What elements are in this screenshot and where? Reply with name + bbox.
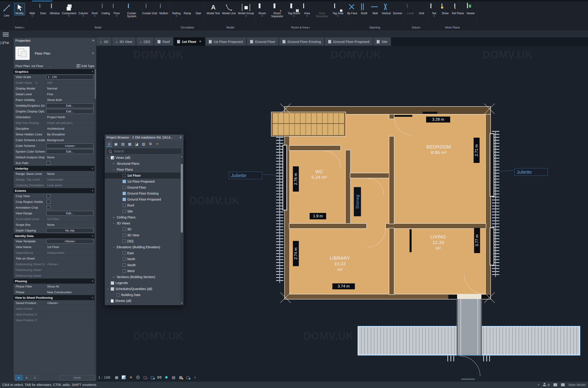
- tree-item[interactable]: + Ceiling Plans: [105, 214, 180, 220]
- chevron-down-icon[interactable]: ▾: [538, 383, 539, 387]
- storage-room-tag[interactable]: Storag: [354, 187, 361, 216]
- tree-expander[interactable]: −: [112, 222, 115, 225]
- tree-expander[interactable]: +: [112, 216, 115, 219]
- draw-line-panel[interactable]: Line: [0, 1, 13, 30]
- tree-item[interactable]: Legends: [105, 280, 180, 286]
- value-button[interactable]: <none>: [46, 144, 93, 148]
- checkbox[interactable]: [47, 194, 50, 198]
- tree-item[interactable]: West: [105, 268, 180, 274]
- view-tab[interactable]: ⌂ {3D}: [136, 37, 154, 46]
- select-panel-label[interactable]: Select▾: [14, 25, 25, 30]
- active-model-selector[interactable]: Main Model: [568, 383, 586, 387]
- sheets-icon[interactable]: ◪: [134, 141, 140, 147]
- tree-item[interactable]: − 3D Views: [105, 220, 180, 226]
- show-work-plane-button[interactable]: Show: [440, 3, 451, 15]
- area-button[interactable]: Area▾: [302, 3, 312, 17]
- view-tab[interactable]: 1st Floor ×: [174, 37, 205, 46]
- railing-button[interactable]: Railing▾: [171, 3, 182, 17]
- properties-section-header[interactable]: Underlay »: [14, 166, 94, 171]
- tree-expander[interactable]: −: [106, 299, 109, 303]
- tree-item[interactable]: 1st Floor-Proposed: [105, 178, 180, 185]
- sort-ascending-button[interactable]: A↓: [24, 375, 30, 380]
- roof-button[interactable]: Roof▾: [89, 3, 100, 17]
- door-button[interactable]: Door: [38, 3, 49, 15]
- analytical-model-icon[interactable]: ▤: [171, 375, 176, 380]
- room-tag-living[interactable]: LIVING12.33m²: [420, 234, 457, 251]
- sort-descending-button[interactable]: Z↓: [32, 375, 39, 380]
- detail-level-icon[interactable]: ▦: [114, 375, 119, 380]
- tree-item[interactable]: East: [105, 250, 180, 256]
- value-button[interactable]: No clip: [46, 228, 93, 233]
- view-tab[interactable]: ⌂ 3D: [96, 37, 112, 46]
- properties-section-header[interactable]: Graphics »: [14, 69, 94, 74]
- search-field[interactable]: [107, 148, 182, 154]
- room-tag-wc[interactable]: WC5.24 m²: [303, 169, 335, 180]
- area-boundary-button[interactable]: Area Boundary: [313, 3, 331, 19]
- tree-expander[interactable]: −: [112, 168, 115, 171]
- dormer-opening-button[interactable]: Dormer: [392, 3, 403, 15]
- edit-type-button[interactable]: Edit Type: [77, 64, 94, 68]
- model-group-button[interactable]: Model Group▾: [237, 3, 255, 17]
- value-button[interactable]: Edit...: [46, 109, 93, 114]
- collapse-icon[interactable]: »: [91, 190, 94, 191]
- room-tag-library[interactable]: LIBRARY10.22m²: [321, 255, 358, 272]
- search-input[interactable]: [113, 149, 180, 153]
- checkbox[interactable]: [47, 161, 50, 165]
- crop-view-icon[interactable]: ▢✕: [143, 375, 147, 380]
- browser-scrollbar[interactable]: ▲ ▼: [180, 155, 183, 305]
- shaft-opening-button[interactable]: Shaft: [359, 3, 369, 15]
- editable-worksets-control[interactable]: :0: [543, 383, 550, 387]
- opening-by-face-button[interactable]: By Face: [346, 3, 358, 15]
- properties-title-bar[interactable]: Properties ×: [14, 38, 96, 44]
- dimension-label[interactable]: 3.77 m: [474, 228, 480, 253]
- ceiling-button[interactable]: Ceiling: [100, 3, 111, 15]
- type-selector[interactable]: Floor Plan ▼: [14, 44, 96, 63]
- shadows-icon[interactable]: [136, 375, 140, 380]
- groups-icon[interactable]: ⧉: [147, 141, 153, 147]
- tree-item[interactable]: + Structural Plans: [105, 161, 180, 167]
- collapse-chevron-icon[interactable]: ‹: [193, 375, 197, 380]
- model-line-button[interactable]: Model Line: [221, 3, 237, 15]
- sun-path-icon[interactable]: ☀: [129, 375, 133, 380]
- wall-button[interactable]: Wall▾: [27, 3, 37, 17]
- wall-opening-button[interactable]: Wall: [370, 3, 380, 15]
- ramp-button[interactable]: Ramp: [182, 3, 193, 15]
- value-button[interactable]: <None>: [46, 239, 93, 244]
- model-text-button[interactable]: Model Text: [206, 3, 221, 15]
- value-button[interactable]: Edit...: [46, 103, 93, 108]
- show-crop-region-icon[interactable]: ▢: [150, 375, 155, 380]
- properties-section-header[interactable]: Phasing »: [14, 279, 94, 284]
- active-design-option-icon[interactable]: [561, 383, 565, 387]
- worksharing-display-icon[interactable]: ▦: [179, 375, 183, 380]
- modify-button[interactable]: Modify: [14, 3, 25, 15]
- visual-style-icon[interactable]: [122, 375, 126, 380]
- view-tab[interactable]: Ground Floor-Existing: [279, 37, 324, 46]
- tree-item[interactable]: North: [105, 256, 180, 262]
- apply-button[interactable]: Apply: [59, 375, 94, 380]
- tree-expander[interactable]: −: [106, 287, 109, 291]
- properties-scrollbar[interactable]: [94, 69, 96, 374]
- tree-item[interactable]: − Elevations (Building Elevation): [105, 244, 180, 250]
- tree-expander[interactable]: +: [112, 162, 115, 166]
- collapse-icon[interactable]: »: [91, 280, 94, 282]
- stair-button[interactable]: Stair: [193, 3, 204, 15]
- reveal-hidden-elements-icon[interactable]: [157, 375, 162, 380]
- tree-item[interactable]: − Views (all): [105, 155, 180, 161]
- dimension-label[interactable]: 2.71 m: [474, 138, 480, 163]
- checkbox[interactable]: [47, 200, 50, 203]
- home-icon[interactable]: ⌂: [106, 141, 112, 147]
- schedules-icon[interactable]: ▦: [127, 141, 133, 147]
- tree-item[interactable]: Ground Floor-Existing: [105, 191, 180, 196]
- tree-item[interactable]: − Floor Plans: [105, 167, 180, 172]
- tree-item[interactable]: 3D View: [105, 232, 180, 238]
- checkbox[interactable]: [47, 206, 50, 209]
- value-button[interactable]: Edit...: [46, 149, 93, 154]
- view-tab[interactable]: Roof: [154, 37, 173, 46]
- viewer-button[interactable]: Viewer: [465, 3, 476, 15]
- tree-item[interactable]: 3D: [105, 226, 180, 232]
- tree-expander[interactable]: +: [112, 275, 115, 279]
- set-work-plane-button[interactable]: Set▾: [429, 3, 439, 17]
- view-tab[interactable]: Site: [373, 37, 391, 46]
- collapse-icon[interactable]: »: [91, 168, 94, 169]
- dimension-label[interactable]: 3.28 m: [426, 117, 450, 122]
